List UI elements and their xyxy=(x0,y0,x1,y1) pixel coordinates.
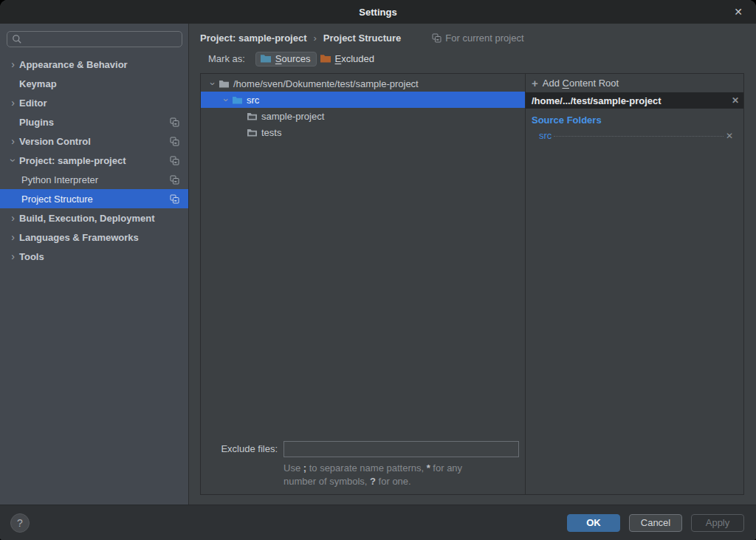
sidebar-item-languages-frameworks[interactable]: ›Languages & Frameworks xyxy=(0,228,188,247)
current-project-icon xyxy=(170,175,179,185)
exclude-files-help: Use ; to separate name patterns, * for a… xyxy=(284,462,519,488)
settings-dialog: Settings ✕ ›Appearance & Behavior Keymap… xyxy=(0,0,756,540)
exclude-files-section: Exclude files: Use ; to separate name pa… xyxy=(201,441,525,494)
dialog-footer: ? OK Cancel Apply xyxy=(0,505,756,540)
content-root-tree-panel: › /home/sven/Dokumente/test/sample-proje… xyxy=(201,74,525,494)
tree-row-tests[interactable]: tests xyxy=(201,124,525,140)
sidebar-item-project-structure[interactable]: Project Structure xyxy=(0,189,188,208)
current-project-icon xyxy=(170,156,179,165)
sidebar-item-plugins[interactable]: Plugins xyxy=(0,112,188,131)
chevron-right-icon: › xyxy=(7,136,19,146)
project-structure-panels: › /home/sven/Dokumente/test/sample-proje… xyxy=(200,73,744,495)
search-input[interactable] xyxy=(26,33,177,46)
folder-icon xyxy=(247,128,258,137)
chevron-down-icon: › xyxy=(8,154,18,167)
close-icon[interactable]: ✕ xyxy=(728,0,749,24)
remove-content-root-icon[interactable]: ✕ xyxy=(732,95,739,106)
sidebar-item-python-interpreter[interactable]: Python Interpreter xyxy=(0,170,188,189)
folder-icon xyxy=(219,79,230,89)
tree-row-sample-project[interactable]: sample-project xyxy=(201,108,525,124)
source-folder-entry[interactable]: src ✕ xyxy=(526,128,743,143)
mark-as-excluded-button[interactable]: Excluded xyxy=(318,52,380,66)
ok-button[interactable]: OK xyxy=(567,514,620,532)
chevron-right-icon: › xyxy=(7,59,19,69)
folder-icon xyxy=(247,112,258,121)
sidebar-item-editor[interactable]: ›Editor xyxy=(0,93,188,112)
sidebar-item-keymap[interactable]: Keymap xyxy=(0,74,188,93)
mark-as-label: Mark as: xyxy=(208,53,245,64)
mark-as-sources-button[interactable]: Sources xyxy=(255,52,317,66)
directory-tree: › /home/sven/Dokumente/test/sample-proje… xyxy=(201,74,525,140)
tree-row-content-root[interactable]: › /home/sven/Dokumente/test/sample-proje… xyxy=(201,75,525,92)
settings-content: Project: sample-project › Project Struct… xyxy=(189,24,756,505)
sidebar-item-tools[interactable]: ›Tools xyxy=(0,247,188,266)
content-root-entry[interactable]: /home/.../test/sample-project ✕ xyxy=(526,92,743,109)
settings-sidebar: ›Appearance & Behavior Keymap ›Editor Pl… xyxy=(0,24,189,505)
breadcrumb: Project: sample-project › Project Struct… xyxy=(200,28,744,47)
page-title: Project Structure xyxy=(323,33,401,44)
current-project-icon xyxy=(432,33,441,43)
current-project-icon xyxy=(170,194,179,204)
chevron-down-icon: › xyxy=(221,94,231,106)
window-title: Settings xyxy=(359,7,396,18)
plus-icon: + xyxy=(532,77,538,89)
source-folder-icon xyxy=(232,95,243,105)
cancel-button[interactable]: Cancel xyxy=(629,514,682,532)
search-box[interactable] xyxy=(7,31,182,47)
sidebar-item-appearance[interactable]: ›Appearance & Behavior xyxy=(0,55,188,74)
sidebar-item-version-control[interactable]: ›Version Control xyxy=(0,131,188,151)
exclude-files-label: Exclude files: xyxy=(204,443,278,454)
chevron-down-icon: › xyxy=(208,78,218,89)
chevron-right-icon: › xyxy=(7,98,19,108)
chevron-right-icon: › xyxy=(7,251,19,262)
question-icon: ? xyxy=(17,517,23,529)
excluded-folder-icon xyxy=(320,53,331,64)
help-button[interactable]: ? xyxy=(10,513,30,533)
remove-source-folder-icon[interactable]: ✕ xyxy=(726,131,733,141)
chevron-right-icon: › xyxy=(7,213,19,223)
scope-label: For current project xyxy=(432,33,523,44)
breadcrumb-project: Project: sample-project xyxy=(200,33,307,44)
title-bar: Settings ✕ xyxy=(0,0,756,24)
breadcrumb-separator: › xyxy=(307,33,323,44)
source-folders-heading: Source Folders xyxy=(526,109,743,128)
mark-as-toolbar: Mark as: Sources Excluded xyxy=(200,47,744,70)
exclude-files-input[interactable] xyxy=(284,441,519,457)
settings-nav: ›Appearance & Behavior Keymap ›Editor Pl… xyxy=(0,55,188,266)
source-folder-link[interactable]: src xyxy=(539,130,551,141)
tree-row-src[interactable]: › src xyxy=(201,92,525,108)
dotted-leader xyxy=(554,136,724,137)
sidebar-item-project[interactable]: ›Project: sample-project xyxy=(0,151,188,170)
chevron-right-icon: › xyxy=(7,232,19,242)
sidebar-item-build-execution[interactable]: ›Build, Execution, Deployment xyxy=(0,208,188,228)
current-project-icon xyxy=(170,117,179,127)
content-root-path: /home/.../test/sample-project xyxy=(532,95,662,106)
content-roots-panel: + Add Content Root /home/.../test/sample… xyxy=(525,74,743,494)
current-project-icon xyxy=(170,137,179,146)
sources-folder-icon xyxy=(260,53,272,64)
add-content-root-button[interactable]: + Add Content Root xyxy=(526,74,743,92)
search-icon xyxy=(12,34,22,44)
apply-button[interactable]: Apply xyxy=(691,514,744,532)
